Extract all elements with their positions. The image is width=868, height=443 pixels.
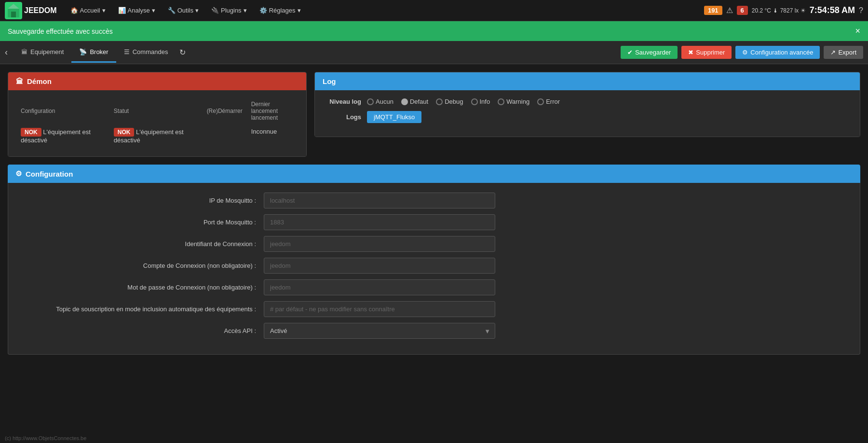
- log-radios: Aucun Defaut Debug: [367, 98, 560, 105]
- alert-message: Sauvegarde effectuée avec succès: [8, 28, 113, 35]
- motdepasse-label: Mot de passe de Connexion (non obligatoi…: [23, 284, 264, 291]
- tabs-bar: ‹ 🏛 Equipement 📡 Broker ☰ Commandes ↻ ✔ …: [0, 41, 868, 64]
- nav-analyse[interactable]: 📊 Analyse ▾: [112, 4, 161, 17]
- field-identifiant: Identifiant de Connexion :: [23, 236, 845, 252]
- demon-panel-body: Configuration Statut (Re)Démarrer Dernie…: [8, 90, 306, 156]
- broker-icon: 📡: [79, 48, 87, 55]
- two-col-layout: 🏛 Démon Configuration Statut (Re)Démarre…: [8, 72, 860, 157]
- port-input[interactable]: [264, 214, 495, 230]
- check-icon: ✔: [627, 49, 633, 56]
- log-panel-body: Niveau log Aucun Defaut: [315, 90, 860, 137]
- nav-plugins[interactable]: 🔌 Plugins ▾: [205, 4, 253, 17]
- export-button[interactable]: ↗ Export: [824, 46, 863, 59]
- radio-circle-defaut: [401, 98, 408, 105]
- identifiant-input[interactable]: [264, 236, 495, 252]
- export-icon: ↗: [830, 49, 836, 56]
- compte-input[interactable]: [264, 258, 495, 274]
- nav-menu: 🏠 Accueil ▾ 📊 Analyse ▾ 🔧 Outils ▾ 🔌 Plu…: [65, 4, 704, 17]
- footer: (c) http://www.ObjetsConnectes.be: [0, 433, 91, 443]
- status-nok-badge: NOK: [114, 128, 135, 137]
- advanced-config-button[interactable]: ⚙ Configuration avancée: [735, 46, 820, 59]
- radio-aucun[interactable]: Aucun: [367, 98, 393, 105]
- radio-info[interactable]: Info: [471, 98, 490, 105]
- log-file-button[interactable]: jMQTT_Flukso: [367, 111, 421, 123]
- api-select[interactable]: Activé Désactivé: [264, 323, 495, 339]
- tab-broker[interactable]: 📡 Broker: [71, 42, 116, 63]
- radio-circle-info: [471, 98, 478, 105]
- col-configuration: Configuration: [17, 99, 109, 123]
- alert-badge[interactable]: 6: [737, 6, 748, 15]
- equipement-icon: 🏛: [21, 48, 27, 55]
- topic-input[interactable]: [264, 301, 495, 317]
- brand-logo[interactable]: JEEDOM: [5, 2, 57, 19]
- back-button[interactable]: ‹: [5, 47, 8, 57]
- home-icon: 🏠: [70, 7, 78, 14]
- clock: 7:54:58 AM: [810, 5, 855, 15]
- config-panel-header: ⚙ Configuration: [8, 165, 860, 183]
- radio-warning[interactable]: Warning: [498, 98, 529, 105]
- logs-label: Logs: [323, 113, 361, 121]
- tab-equipement[interactable]: 🏛 Equipement: [14, 42, 71, 63]
- brand-text: JEEDOM: [24, 6, 57, 15]
- log-niveau-row: Niveau log Aucun Defaut: [323, 98, 852, 105]
- x-icon: ✖: [688, 49, 693, 56]
- delete-button[interactable]: ✖ Supprimer: [681, 46, 732, 59]
- field-api: Accès API : Activé Désactivé ▼: [23, 323, 845, 339]
- field-motdepasse: Mot de passe de Connexion (non obligatoi…: [23, 279, 845, 295]
- nav-reglages[interactable]: ⚙️ Réglages ▾: [254, 4, 307, 17]
- ip-label: IP de Mosquitto :: [23, 197, 264, 204]
- demon-table: Configuration Statut (Re)Démarrer Dernie…: [16, 98, 298, 149]
- log-panel-header: Log: [315, 72, 860, 90]
- log-section: Log Niveau log Aucun Defaut: [314, 72, 860, 157]
- topic-label: Topic de souscription en mode inclusion …: [23, 305, 264, 313]
- demon-section: 🏛 Démon Configuration Statut (Re)Démarre…: [8, 72, 307, 157]
- table-row: NOK L'équipement est désactivé NOK L'équ…: [17, 124, 298, 148]
- settings-icon: ⚙️: [259, 7, 267, 14]
- demon-icon: 🏛: [16, 77, 23, 85]
- radio-circle-debug: [436, 98, 443, 105]
- radio-debug[interactable]: Debug: [436, 98, 463, 105]
- log-logs-row: Logs jMQTT_Flukso: [323, 111, 852, 123]
- main-content: 🏛 Démon Configuration Statut (Re)Démarre…: [0, 64, 868, 165]
- field-ip: IP de Mosquitto :: [23, 193, 845, 208]
- notification-badge[interactable]: 191: [704, 6, 722, 15]
- plugins-icon: 🔌: [211, 7, 219, 14]
- radio-error[interactable]: Error: [537, 98, 560, 105]
- config-section: ⚙ Configuration IP de Mosquitto : Port d…: [0, 165, 868, 362]
- save-button[interactable]: ✔ Sauvegarder: [621, 46, 678, 59]
- jeedom-logo: [5, 2, 22, 19]
- nav-right: 191 ⚠ 6 20.2 °C 🌡 7827 lx ☀ 7:54:58 AM ?: [704, 5, 863, 15]
- temperature: 20.2 °C 🌡 7827 lx ☀: [752, 7, 806, 14]
- api-label: Accès API :: [23, 327, 264, 334]
- niveau-log-label: Niveau log: [323, 98, 361, 105]
- navbar: JEEDOM 🏠 Accueil ▾ 📊 Analyse ▾ 🔧 Outils …: [0, 0, 868, 21]
- analyse-icon: 📊: [118, 7, 126, 14]
- nav-outils[interactable]: 🔧 Outils ▾: [162, 4, 204, 17]
- tab-commandes[interactable]: ☰ Commandes: [116, 42, 176, 63]
- tabs-actions: ✔ Sauvegarder ✖ Supprimer ⚙ Configuratio…: [621, 46, 863, 59]
- alert-close-button[interactable]: ×: [855, 26, 860, 36]
- radio-defaut[interactable]: Defaut: [401, 98, 428, 105]
- compte-label: Compte de Connexion (non obligatoire) :: [23, 262, 264, 269]
- field-compte: Compte de Connexion (non obligatoire) :: [23, 258, 845, 274]
- nav-accueil[interactable]: 🏠 Accueil ▾: [65, 4, 111, 17]
- field-port: Port de Mosquitto :: [23, 214, 845, 230]
- identifiant-label: Identifiant de Connexion :: [23, 240, 264, 248]
- redemarrer-cell: [203, 124, 246, 148]
- help-icon[interactable]: ?: [859, 6, 863, 15]
- dernier-cell: Inconnue: [247, 124, 298, 148]
- warning-icon[interactable]: ⚠: [726, 6, 733, 15]
- tools-icon: 🔧: [168, 7, 176, 14]
- field-topic: Topic de souscription en mode inclusion …: [23, 301, 845, 317]
- demon-panel: 🏛 Démon Configuration Statut (Re)Démarre…: [8, 72, 307, 157]
- config-panel-body: IP de Mosquitto : Port de Mosquitto : Id…: [8, 183, 860, 355]
- col-dernier: Dernier lancement lancement: [247, 99, 298, 123]
- log-panel: Log Niveau log Aucun Defaut: [314, 72, 860, 137]
- status-cell: NOK L'équipement est désactivé: [110, 124, 202, 148]
- api-select-wrap: Activé Désactivé ▼: [264, 323, 495, 339]
- motdepasse-input[interactable]: [264, 279, 495, 295]
- ip-input[interactable]: [264, 193, 495, 208]
- config-gear-icon: ⚙: [15, 169, 22, 178]
- col-redemarrer: (Re)Démarrer: [203, 99, 246, 123]
- refresh-button[interactable]: ↻: [179, 48, 186, 57]
